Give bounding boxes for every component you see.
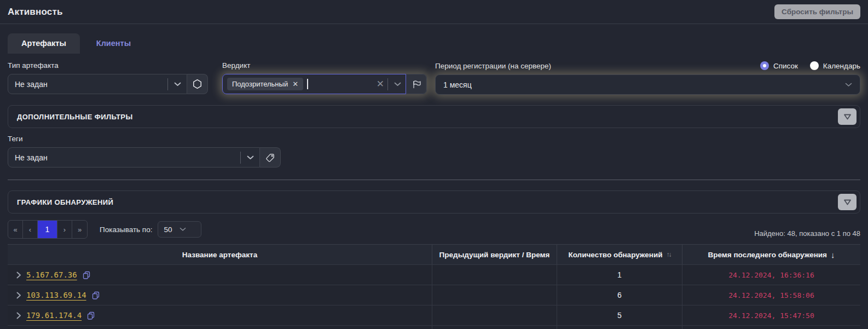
pagination-row: « ‹ 1 › » Показывать по: 50 Найдено: 48,… (0, 213, 868, 239)
table-row: 179.61.174.4 5 24.12.2024, 15:47:50 (8, 305, 860, 325)
verdict-chip: Подозрительный ✕ (227, 78, 303, 90)
table-row-clipped (8, 325, 860, 329)
artifact-link[interactable]: 179.61.174.4 (26, 311, 82, 320)
radio-selected-icon (760, 61, 769, 70)
filters-row: Тип артефакта Не задан Вердикт (0, 54, 868, 95)
last-page-button[interactable]: » (72, 221, 87, 238)
activity-page: Активность Сбросить фильтры Артефакты Кл… (0, 0, 868, 329)
chevron-down-icon (180, 227, 195, 232)
copy-icon[interactable] (86, 311, 95, 320)
additional-filters-collapse-button[interactable] (838, 108, 857, 125)
table-body: 5.167.67.36 1 24.12.2024, 16:36:16 103.1… (8, 264, 860, 329)
detection-charts-section: ГРАФИКИ ОБНАРУЖЕНИЙ (8, 191, 860, 213)
artifact-type-filter: Тип артефакта Не задан (8, 61, 208, 95)
artifact-type-label: Тип артефакта (8, 61, 208, 70)
triangle-down-icon (843, 198, 852, 206)
chevron-down-icon (845, 83, 852, 87)
per-page-value: 50 (164, 226, 180, 234)
period-filter: Период регистрации (на сервере) Список К… (435, 61, 860, 95)
last-detection-time: 24.12.2024, 15:47:50 (728, 311, 814, 320)
detection-count: 5 (617, 311, 622, 320)
tags-value: Не задан (15, 153, 237, 162)
view-list-radio[interactable]: Список (760, 61, 798, 70)
additional-filters-title: ДОПОЛНИТЕЛЬНЫЕ ФИЛЬТРЫ (17, 113, 133, 121)
artifact-type-value: Не задан (15, 80, 164, 89)
pager: « ‹ 1 › » (8, 220, 88, 239)
select-divider (387, 78, 388, 90)
prev-page-button[interactable]: ‹ (23, 221, 38, 238)
section-divider (8, 180, 860, 180)
triangle-down-icon (843, 113, 852, 121)
verdict-label: Вердикт (222, 61, 427, 70)
top-bar: Активность Сбросить фильтры (0, 0, 868, 24)
view-list-label: Список (773, 62, 798, 70)
artifact-type-hexagon-button[interactable] (187, 74, 208, 94)
period-select[interactable]: 1 месяц (435, 74, 860, 95)
expand-row-icon[interactable] (16, 292, 21, 299)
period-value: 1 месяц (443, 80, 845, 89)
current-page-button[interactable]: 1 (38, 221, 57, 238)
view-mode-toggle: Список Календарь (760, 61, 860, 70)
last-detection-time: 24.12.2024, 15:58:06 (728, 291, 814, 299)
chevron-down-icon[interactable] (174, 82, 181, 86)
last-detection-time: 24.12.2024, 16:36:16 (728, 271, 814, 279)
results-summary: Найдено: 48, показано с 1 по 48 (754, 229, 860, 239)
per-page-label: Показывать по: (100, 226, 152, 234)
table-header-row: Название артефакта Предыдущий вердикт / … (8, 245, 860, 264)
table-row: 5.167.67.36 1 24.12.2024, 16:36:16 (8, 264, 860, 285)
additional-filters-section: ДОПОЛНИТЕЛЬНЫЕ ФИЛЬТРЫ (8, 105, 860, 128)
tab-artifacts[interactable]: Артефакты (8, 33, 80, 54)
period-label: Период регистрации (на сервере) (435, 62, 551, 70)
text-cursor (307, 79, 308, 89)
artifacts-table: Название артефакта Предыдущий вердикт / … (8, 244, 860, 329)
detection-charts-collapse-button[interactable] (838, 194, 857, 210)
tags-label: Теги (8, 135, 860, 143)
first-page-button[interactable]: « (8, 221, 23, 238)
view-calendar-radio[interactable]: Календарь (810, 61, 860, 70)
copy-icon[interactable] (82, 270, 91, 279)
select-divider (240, 152, 241, 164)
detection-charts-title: ГРАФИКИ ОБНАРУЖЕНИЙ (17, 198, 113, 206)
per-page-control: Показывать по: 50 (100, 220, 201, 239)
page-title: Активность (8, 7, 63, 18)
artifact-type-select[interactable]: Не задан (8, 74, 187, 94)
reset-filters-button[interactable]: Сбросить фильтры (774, 4, 860, 19)
per-page-select[interactable]: 50 (158, 221, 201, 238)
chip-remove-icon[interactable]: ✕ (292, 80, 298, 88)
select-divider (167, 78, 168, 90)
verdict-filter: Вердикт Подозрительный ✕ ✕ (222, 61, 427, 95)
prev-verdict-cell (432, 285, 557, 305)
expand-row-icon[interactable] (16, 272, 21, 279)
column-header-last-seen: Время последнего обнаружения ↓ (682, 245, 860, 264)
sort-both-icon[interactable]: ↑↓ (667, 251, 671, 258)
verdict-chip-label: Подозрительный (232, 80, 288, 88)
chevron-down-icon[interactable] (247, 155, 254, 160)
detection-count: 1 (617, 270, 622, 279)
column-header-count: Количество обнаружений ↑↓ (557, 245, 682, 264)
table-row: 103.113.69.14 6 24.12.2024, 15:58:06 (8, 285, 860, 305)
tags-select[interactable]: Не задан (8, 147, 260, 168)
radio-unselected-icon (810, 61, 819, 70)
verdict-multiselect[interactable]: Подозрительный ✕ ✕ (222, 74, 406, 94)
tags-filter: Теги Не задан (0, 128, 868, 168)
clear-field-icon[interactable]: ✕ (377, 79, 384, 89)
view-calendar-label: Календарь (823, 62, 860, 70)
next-page-button[interactable]: › (57, 221, 72, 238)
tab-clients[interactable]: Клиенты (80, 33, 147, 54)
artifact-link[interactable]: 5.167.67.36 (26, 270, 77, 279)
flag-icon (412, 79, 421, 89)
column-header-name: Название артефакта (8, 245, 432, 264)
tab-bar: Артефакты Клиенты (0, 33, 868, 54)
artifact-link[interactable]: 103.113.69.14 (26, 291, 86, 299)
tags-tag-button[interactable] (260, 147, 281, 168)
column-header-prev-verdict: Предыдущий вердикт / Время (432, 245, 557, 264)
hexagon-icon (192, 79, 202, 89)
detection-count: 6 (617, 291, 622, 299)
verdict-flag-button[interactable] (406, 74, 427, 94)
prev-verdict-cell (432, 305, 557, 325)
copy-icon[interactable] (91, 291, 100, 299)
expand-row-icon[interactable] (16, 312, 21, 319)
chevron-down-icon[interactable] (394, 82, 401, 86)
tag-icon (265, 153, 275, 163)
sort-desc-icon[interactable]: ↓ (831, 250, 835, 259)
